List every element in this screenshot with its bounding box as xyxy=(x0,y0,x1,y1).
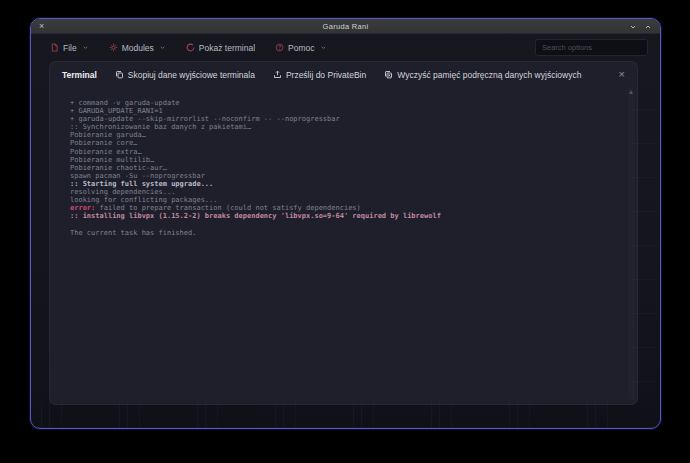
terminal-panel-close-icon[interactable]: × xyxy=(619,69,625,80)
terminal-action-label: Skopiuj dane wyjściowe terminala xyxy=(128,70,255,80)
file-icon xyxy=(50,43,59,52)
terminal-action-label: Wyczyść pamięć podręczną danych wyjściow… xyxy=(397,70,581,80)
chevron-down-icon xyxy=(320,44,327,51)
menu-item-pomoc[interactable]: Pomoc xyxy=(268,40,333,56)
terminal-line: Pobieranie multilib… xyxy=(70,156,623,164)
terminal-action-2[interactable]: Wyczyść pamięć podręczną danych wyjściow… xyxy=(384,70,581,80)
clear-cache-icon xyxy=(384,70,393,79)
menu-item-label: File xyxy=(63,43,77,53)
terminal-line: + garuda-update --skip-mirrorlist --noco… xyxy=(70,115,623,123)
terminal-line: error: failed to prepare transaction (co… xyxy=(70,204,623,212)
terminal-line: looking for conflicting packages... xyxy=(70,196,623,204)
terminal-output: + command -v garuda-update+ GARUDA_UPDAT… xyxy=(50,87,637,237)
gear-icon xyxy=(109,43,118,52)
terminal-line: Pobieranie core… xyxy=(70,139,623,147)
window-shade-down-icon[interactable] xyxy=(629,18,637,35)
menu-item-modules[interactable]: Modules xyxy=(102,40,173,56)
menu-item-poka-terminal[interactable]: Pokaż terminal xyxy=(179,40,262,56)
terminal-action-label: Prześlij do PrivateBin xyxy=(286,70,366,80)
terminal-line: + command -v garuda-update xyxy=(70,99,623,107)
scrollbar-up-arrow-icon[interactable] xyxy=(629,90,633,94)
window-title: Garuda Rani xyxy=(31,22,660,31)
terminal-line: Pobieranie extra… xyxy=(70,148,623,156)
terminal-line: resolving dependencies... xyxy=(70,188,623,196)
terminal-line: :: Starting full system upgrade... xyxy=(70,180,623,188)
chevron-down-icon xyxy=(82,44,89,51)
terminal-line: The current task has finished. xyxy=(70,229,623,237)
terminal-action-0[interactable]: Skopiuj dane wyjściowe terminala xyxy=(115,70,255,80)
terminal-line: + GARUDA_UPDATE_RANI=1 xyxy=(70,107,623,115)
titlebar: × Garuda Rani xyxy=(31,19,660,34)
terminal-line: spawn pacman -Su --noprogressbar xyxy=(70,172,623,180)
circuit-pattern-decoration xyxy=(31,402,660,428)
terminal-panel-title: Terminal xyxy=(62,70,97,80)
terminal-panel-header: Terminal Skopiuj dane wyjściowe terminal… xyxy=(50,62,637,87)
menu-item-label: Pokaż terminal xyxy=(199,43,255,53)
menu-item-file[interactable]: File xyxy=(43,40,96,56)
app-window: × Garuda Rani FileModulesPokaż terminalP… xyxy=(30,18,661,429)
menubar: FileModulesPokaż terminalPomoc xyxy=(31,34,660,61)
terminal-line: :: Synchronizowanie baz danych z pakieta… xyxy=(70,123,623,131)
search-input[interactable] xyxy=(535,39,648,56)
terminal-panel: Terminal Skopiuj dane wyjściowe terminal… xyxy=(49,61,638,405)
terminal-line xyxy=(70,220,623,228)
copy-icon xyxy=(115,70,124,79)
menu-item-label: Modules xyxy=(122,43,154,53)
chevron-down-icon xyxy=(159,44,166,51)
window-shade-up-icon[interactable] xyxy=(644,18,652,35)
terminal-line: Pobieranie chaotic-aur… xyxy=(70,164,623,172)
help-icon xyxy=(275,43,284,52)
terminal-line: Pobieranie garuda… xyxy=(70,131,623,139)
terminal-icon xyxy=(186,43,195,52)
upload-icon xyxy=(273,70,282,79)
terminal-line: :: installing libvpx (1.15.2-2) breaks d… xyxy=(70,212,623,220)
terminal-scrollbar[interactable] xyxy=(628,88,635,400)
terminal-action-1[interactable]: Prześlij do PrivateBin xyxy=(273,70,366,80)
menu-item-label: Pomoc xyxy=(288,43,314,53)
